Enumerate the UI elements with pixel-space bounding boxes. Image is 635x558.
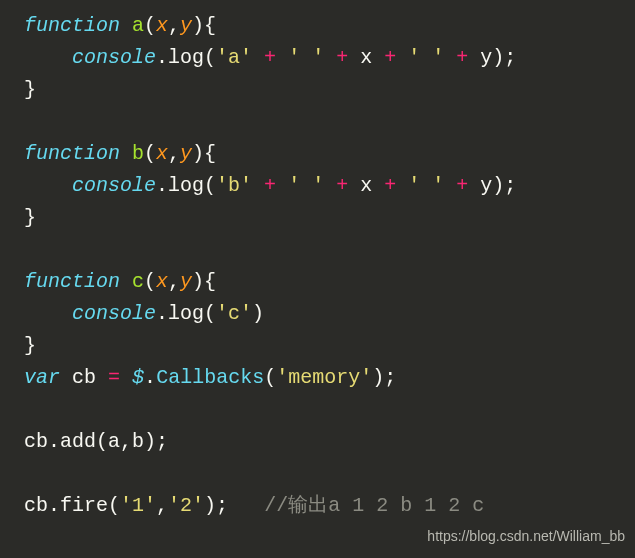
comment: //输出a 1 2 b 1 2 c: [264, 494, 484, 517]
param-y: y: [180, 270, 192, 293]
var-cb: cb: [24, 430, 48, 453]
keyword-function: function: [24, 270, 120, 293]
dollar-obj: $: [132, 366, 144, 389]
code-block: function a(x,y){ console.log('a' + ' ' +…: [0, 0, 635, 558]
var-y: y: [480, 46, 492, 69]
log-method: log: [168, 302, 204, 325]
func-name-a: a: [132, 14, 144, 37]
arg-b: b: [132, 430, 144, 453]
param-y: y: [180, 142, 192, 165]
func-name-b: b: [132, 142, 144, 165]
keyword-function: function: [24, 14, 120, 37]
keyword-var: var: [24, 366, 60, 389]
var-y: y: [480, 174, 492, 197]
log-method: log: [168, 46, 204, 69]
var-cb: cb: [72, 366, 96, 389]
string-space: ' ': [288, 46, 324, 69]
string-b: 'b': [216, 174, 252, 197]
arg-a: a: [108, 430, 120, 453]
string-2: '2': [168, 494, 204, 517]
string-1: '1': [120, 494, 156, 517]
add-method: add: [60, 430, 96, 453]
param-y: y: [180, 14, 192, 37]
var-cb: cb: [24, 494, 48, 517]
func-name-c: c: [132, 270, 144, 293]
callbacks-method: Callbacks: [156, 366, 264, 389]
console-obj: console: [72, 174, 156, 197]
string-memory: 'memory': [276, 366, 372, 389]
string-space: ' ': [288, 174, 324, 197]
keyword-function: function: [24, 142, 120, 165]
fire-method: fire: [60, 494, 108, 517]
console-obj: console: [72, 302, 156, 325]
var-x: x: [360, 46, 372, 69]
var-x: x: [360, 174, 372, 197]
string-space: ' ': [408, 46, 444, 69]
string-c: 'c': [216, 302, 252, 325]
string-a: 'a': [216, 46, 252, 69]
param-x: x: [156, 14, 168, 37]
console-obj: console: [72, 46, 156, 69]
string-space: ' ': [408, 174, 444, 197]
watermark: https://blog.csdn.net/William_bb: [427, 520, 625, 552]
param-x: x: [156, 270, 168, 293]
log-method: log: [168, 174, 204, 197]
param-x: x: [156, 142, 168, 165]
